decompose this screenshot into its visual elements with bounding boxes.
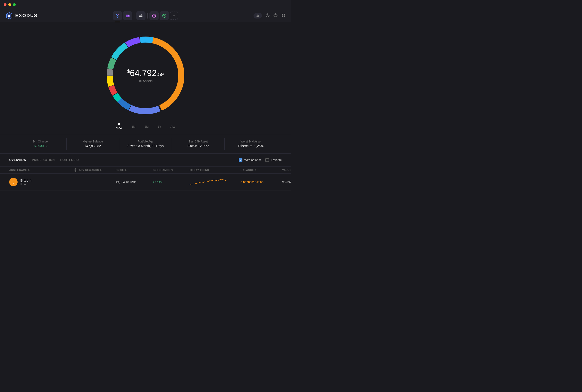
nav-add-button[interactable]: [170, 12, 178, 20]
table-row[interactable]: ₿ Bitcoin BTC $9,364.48 USD +7.14% 0.602…: [0, 174, 291, 190]
favorite-checkbox[interactable]: [265, 158, 269, 162]
tab-overview[interactable]: OVERVIEW: [9, 157, 26, 162]
change-btc: +7.14%: [153, 180, 190, 184]
svg-rect-14: [282, 14, 283, 15]
portfolio-nav-icon: [115, 14, 120, 18]
logo-area: EXODUS: [6, 12, 52, 20]
nav-divider-2: [147, 13, 148, 18]
time-now-button[interactable]: NOW: [116, 123, 122, 130]
minimize-button[interactable]: [8, 3, 11, 6]
svg-rect-5: [128, 16, 129, 16]
svg-point-8: [154, 15, 154, 16]
stat-highest-balance: Highest Balance $47,839.82: [66, 138, 119, 150]
tabs-row: OVERVIEW PRICE ACTION PORTFOLIO With bal…: [0, 154, 291, 166]
stats-row: 24h Change +$2,930.03 Highest Balance $4…: [0, 134, 291, 154]
stat-24h-change: 24h Change +$2,930.03: [14, 138, 66, 150]
checkmark-icon: [240, 159, 242, 161]
th-24h-change[interactable]: 24H CHANGE ⇅: [153, 168, 190, 172]
nav-divider: [134, 13, 134, 18]
th-30day-trend: 30 DAY TREND: [190, 168, 240, 172]
favorite-filter[interactable]: Favorite: [265, 158, 282, 162]
settings-icon[interactable]: [274, 13, 278, 18]
sort-apy-icon: ⇅: [100, 169, 102, 171]
time-1y-button[interactable]: 1Y: [158, 124, 161, 129]
th-price[interactable]: PRICE ⇅: [116, 168, 153, 172]
main-content: $64,792.59 10 Assets NOW 1M 6M 1Y ALL 24…: [0, 22, 291, 195]
stat-24h-value: +$2,930.03: [18, 144, 62, 148]
svg-text:₿: ₿: [13, 180, 14, 184]
with-balance-filter[interactable]: With balance: [239, 158, 262, 162]
th-value[interactable]: VALUE ⇅: [282, 168, 291, 172]
assets-count: 10 Assets: [127, 79, 164, 83]
stat-worst-label: Worst 24H Asset: [229, 140, 272, 143]
nav-wallet-button[interactable]: [123, 11, 132, 20]
with-balance-label: With balance: [244, 158, 262, 162]
tab-price-action[interactable]: PRICE ACTION: [32, 157, 55, 162]
grid-icon[interactable]: [281, 13, 286, 18]
balance-btc: 0.60205315 BTC: [240, 180, 282, 184]
btc-sparkline: [190, 178, 227, 187]
nav-exchange-button[interactable]: [136, 11, 146, 20]
exchange-nav-icon: [138, 14, 143, 18]
nav-apps-button[interactable]: [150, 11, 159, 20]
header-right: [239, 13, 286, 18]
plus-icon: [172, 14, 176, 17]
trend-btc: [190, 178, 240, 187]
stat-best-value: Bitcoin +2.89%: [176, 144, 220, 148]
th-balance[interactable]: BALANCE ⇅: [240, 168, 282, 172]
nav-portfolio-button[interactable]: [113, 11, 122, 20]
bitcoin-name: Bitcoin: [20, 178, 31, 182]
svg-rect-17: [284, 16, 285, 17]
th-apy-rewards[interactable]: ? APY REWARDS ⇅: [74, 168, 116, 172]
shield-nav-icon: [162, 14, 166, 18]
stat-worst-asset: Worst 24H Asset Ethereum -1,25%: [224, 138, 277, 150]
sort-change-icon: ⇅: [171, 169, 173, 171]
th-asset-name[interactable]: ASSET NAME ⇅: [9, 168, 74, 172]
sort-asset-name-icon: ⇅: [28, 169, 30, 171]
maximize-button[interactable]: [13, 3, 16, 6]
stat-best-label: Best 24H Asset: [176, 140, 220, 143]
bitcoin-ticker: BTC: [20, 182, 31, 186]
svg-point-3: [117, 15, 118, 16]
time-all-button[interactable]: ALL: [170, 124, 175, 129]
svg-rect-16: [282, 16, 283, 17]
tabs-filters: With balance Favorite: [239, 158, 282, 162]
asset-info-btc: Bitcoin BTC: [20, 178, 31, 186]
time-dot: [118, 123, 120, 125]
lock-icon: [256, 14, 260, 18]
favorite-label: Favorite: [271, 158, 282, 162]
portfolio-total: $64,792.59: [127, 68, 164, 78]
donut-chart-container: $64,792.59 10 Assets: [102, 32, 190, 119]
price-btc: $9,364.48 USD: [116, 180, 153, 184]
svg-rect-11: [256, 16, 259, 17]
sort-balance-icon: ⇅: [255, 169, 257, 171]
stat-highest-label: Highest Balance: [71, 140, 114, 143]
svg-rect-6: [126, 15, 130, 16]
svg-rect-15: [284, 14, 285, 15]
stat-age-value: 2 Year, 3 Month, 30 Days: [124, 144, 167, 148]
nav-shield-button[interactable]: [160, 11, 169, 20]
sort-price-icon: ⇅: [125, 169, 127, 171]
portfolio-section: $64,792.59 10 Assets NOW 1M 6M 1Y ALL 24…: [0, 27, 291, 190]
close-button[interactable]: [4, 3, 6, 6]
stat-24h-label: 24h Change: [18, 140, 62, 143]
table-header: ASSET NAME ⇅ ? APY REWARDS ⇅ PRICE ⇅ 24H…: [0, 166, 291, 174]
time-selector: NOW 1M 6M 1Y ALL: [116, 123, 176, 134]
tab-portfolio[interactable]: PORTFOLIO: [60, 157, 79, 162]
asset-cell-btc: ₿ Bitcoin BTC: [9, 178, 74, 186]
time-6m-button[interactable]: 6M: [145, 124, 149, 129]
stat-age-label: Portfolio Age: [124, 140, 167, 143]
exodus-logo-icon: [6, 12, 13, 20]
apy-info-icon: ?: [74, 168, 77, 172]
nav-center: [52, 11, 239, 20]
header: EXODUS: [0, 9, 291, 22]
wallet-nav-icon: [126, 14, 130, 18]
time-1m-button[interactable]: 1M: [132, 124, 136, 129]
donut-center-values: $64,792.59 10 Assets: [127, 68, 164, 83]
value-btc: $5,637.91: [282, 180, 291, 184]
history-icon[interactable]: [266, 13, 270, 18]
lock-toggle[interactable]: [254, 13, 262, 18]
app-title: EXODUS: [15, 13, 38, 18]
time-now-label[interactable]: NOW: [116, 125, 122, 130]
with-balance-checkbox[interactable]: [239, 158, 242, 162]
